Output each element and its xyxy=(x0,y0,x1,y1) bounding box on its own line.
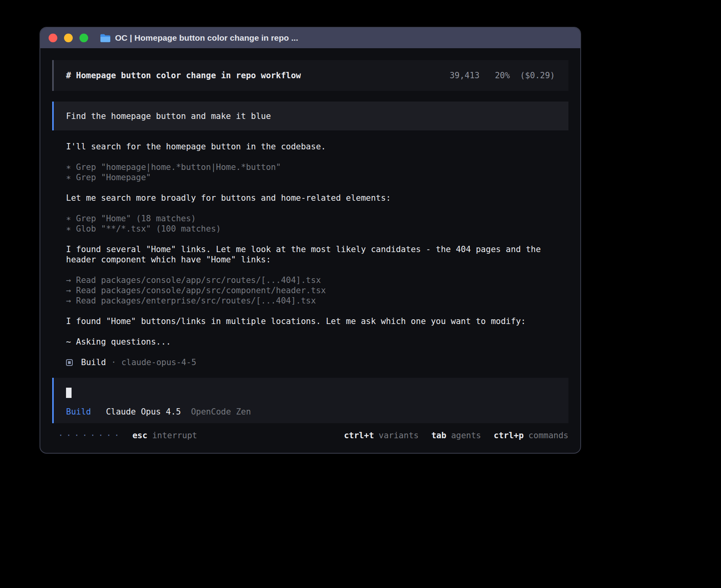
tool-call-grep: ∗ Grep "Home" (18 matches) xyxy=(66,213,558,224)
status-bar-right: ctrl+t variants tab agents ctrl+p comman… xyxy=(344,430,568,441)
tool-call-read: → Read packages/console/app/src/componen… xyxy=(66,285,558,296)
shortcut-key: ctrl+p xyxy=(494,430,524,441)
shortcut-label: variants xyxy=(379,430,419,441)
folder-icon xyxy=(100,34,111,42)
build-agent-icon xyxy=(66,359,73,366)
window-titlebar[interactable]: OC | Homepage button color change in rep… xyxy=(40,28,580,48)
esc-hint-label: interrupt xyxy=(152,430,197,441)
spinner-dots-icon: ········ xyxy=(58,430,122,441)
zoom-button[interactable] xyxy=(79,34,88,42)
minimize-button[interactable] xyxy=(64,34,73,42)
assistant-text: I found "Home" buttons/links in multiple… xyxy=(66,316,558,326)
input-model-label[interactable]: Claude Opus 4.5 xyxy=(106,407,181,416)
input-provider-label: OpenCode Zen xyxy=(191,407,251,416)
user-message-text: Find the homepage button and make it blu… xyxy=(66,111,271,121)
user-message: Find the homepage button and make it blu… xyxy=(52,102,568,130)
terminal-window: OC | Homepage button color change in rep… xyxy=(40,27,581,454)
terminal-content: # Homepage button color change in repo w… xyxy=(40,48,580,453)
tool-call-glob: ∗ Glob "**/*.tsx" (100 matches) xyxy=(66,224,558,234)
text-cursor xyxy=(66,388,72,398)
shortcut-label: agents xyxy=(451,430,481,441)
input-meta-row: Build Claude Opus 4.5 OpenCode Zen xyxy=(66,407,556,417)
shortcut-key: tab xyxy=(431,430,446,441)
shortcut-variants: ctrl+t variants xyxy=(344,430,419,441)
agent-status-row: Build · claude-opus-4-5 xyxy=(66,357,558,368)
shortcut-commands: ctrl+p commands xyxy=(494,430,568,441)
shortcut-agents: tab agents xyxy=(431,430,481,441)
shortcut-label: commands xyxy=(528,430,568,441)
context-percent: 20% xyxy=(495,71,510,80)
shortcut-key: ctrl+t xyxy=(344,430,374,441)
agent-name: Build xyxy=(81,357,106,368)
assistant-status-text: ~ Asking questions... xyxy=(66,337,558,347)
tool-call-grep: ∗ Grep "homepage|home.*button|Home.*butt… xyxy=(66,162,558,172)
close-button[interactable] xyxy=(49,34,57,42)
traffic-lights xyxy=(49,34,88,42)
window-title: OC | Homepage button color change in rep… xyxy=(115,33,298,43)
session-header: # Homepage button color change in repo w… xyxy=(52,60,568,91)
assistant-text: I found several "Home" links. Let me loo… xyxy=(66,244,558,265)
input-mode-label[interactable]: Build xyxy=(66,407,91,416)
status-bar: ········ esc interrupt ctrl+t variants t… xyxy=(52,430,568,441)
tool-call-read: → Read packages/enterprise/src/routes/[.… xyxy=(66,296,558,306)
assistant-text: I'll search for the homepage button in t… xyxy=(66,141,558,152)
tool-call-grep: ∗ Grep "Homepage" xyxy=(66,172,558,183)
assistant-text: Let me search more broadly for buttons a… xyxy=(66,193,558,203)
transcript: I'll search for the homepage button in t… xyxy=(66,141,558,378)
token-count: 39,413 xyxy=(449,71,479,80)
esc-key-hint: esc xyxy=(132,430,147,441)
tool-call-read: → Read packages/console/app/src/routes/[… xyxy=(66,275,558,285)
session-title: # Homepage button color change in repo w… xyxy=(66,70,301,81)
prompt-input[interactable]: Build Claude Opus 4.5 OpenCode Zen xyxy=(52,378,568,423)
separator-dot: · xyxy=(111,357,116,368)
session-stats: 39,413 20% ($0.29) xyxy=(449,70,555,81)
session-cost: ($0.29) xyxy=(520,71,555,80)
status-bar-left: ········ esc interrupt xyxy=(58,430,197,441)
model-name: claude-opus-4-5 xyxy=(121,357,196,368)
desktop-background: OC | Homepage button color change in rep… xyxy=(0,0,721,588)
